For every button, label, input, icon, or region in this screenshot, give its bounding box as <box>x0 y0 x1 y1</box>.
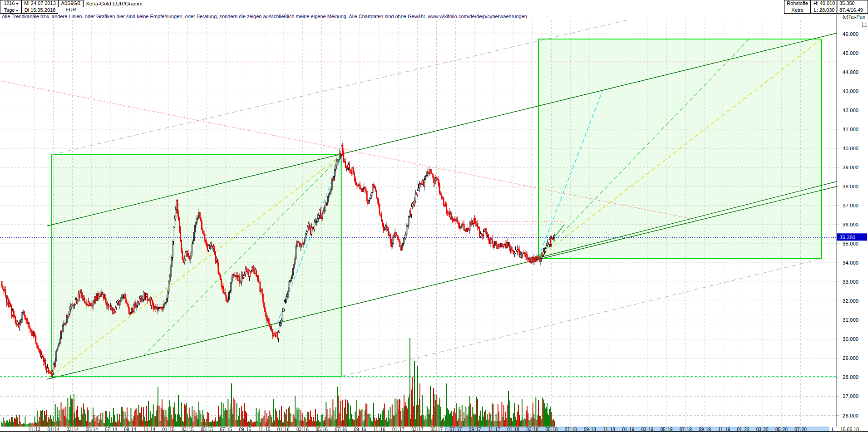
volume-bar <box>470 404 471 427</box>
volume-bar <box>59 421 60 427</box>
volume-bar <box>200 414 201 427</box>
volume-bar <box>244 403 245 427</box>
volume-bar <box>343 420 344 427</box>
candle-body <box>149 299 150 300</box>
candle-body <box>223 286 224 293</box>
candle-body <box>498 246 498 248</box>
volume-bar <box>125 412 126 427</box>
volume-bar <box>497 421 498 427</box>
volume-bar <box>35 417 35 427</box>
volume-bar <box>335 407 336 427</box>
candle-body <box>291 279 291 281</box>
candle-body <box>151 300 152 305</box>
volume-bar <box>242 411 243 427</box>
volume-bar <box>220 415 221 427</box>
volume-bar <box>437 405 438 427</box>
volume-bar <box>209 422 210 427</box>
candle-body <box>486 231 487 235</box>
candle-body <box>12 311 13 315</box>
candle-body <box>278 332 279 338</box>
candle-body <box>104 295 104 299</box>
volume-bar <box>510 417 511 427</box>
volume-bar <box>191 418 192 427</box>
candle-body <box>47 368 48 371</box>
candle-body <box>429 169 430 174</box>
candle-body <box>460 227 461 229</box>
volume-bar <box>197 415 197 427</box>
candle-body <box>158 308 159 309</box>
volume-bar <box>325 417 326 427</box>
candle-body <box>163 304 164 307</box>
volume-bar <box>30 422 30 427</box>
candle-body <box>111 307 112 308</box>
volume-spike <box>434 394 435 427</box>
volume-bar <box>531 417 532 427</box>
volume-bar <box>534 418 535 427</box>
volume-bar <box>344 407 345 427</box>
volume-bar <box>149 420 150 427</box>
candle-body <box>14 315 15 316</box>
volume-bar <box>521 420 522 427</box>
date-axis-selection[interactable] <box>445 427 829 432</box>
candle-body <box>27 318 28 324</box>
candle-body <box>507 242 508 245</box>
volume-bar <box>319 422 320 427</box>
candle-body <box>294 264 295 268</box>
volume-bar <box>388 410 389 427</box>
volume-bar <box>283 422 284 427</box>
volume-bar <box>405 403 406 427</box>
candle-body <box>65 323 66 324</box>
candle-body <box>438 180 439 186</box>
candle-body <box>113 309 114 313</box>
price-chart-canvas[interactable]: 46.00045.00044.00043.00042.00041.00040.0… <box>0 0 868 432</box>
candle-body <box>86 303 87 304</box>
volume-bar <box>256 408 256 427</box>
volume-bar <box>498 412 499 427</box>
candle-body <box>78 294 79 301</box>
volume-bar <box>262 418 263 427</box>
volume-bar <box>12 417 13 427</box>
volume-bar <box>221 402 222 427</box>
candle-body <box>516 250 517 252</box>
candle-body <box>185 253 186 259</box>
volume-bar <box>448 410 449 427</box>
volume-bar <box>230 409 231 427</box>
candle-body <box>174 219 175 227</box>
candle-body <box>230 291 231 293</box>
volume-bar <box>218 406 219 427</box>
candle-body <box>506 242 507 248</box>
volume-bar <box>400 411 401 427</box>
candle-body <box>497 245 498 249</box>
candle-body <box>403 238 404 243</box>
volume-bar <box>165 410 166 427</box>
volume-bar <box>60 403 61 427</box>
candle-body <box>256 270 256 277</box>
volume-bar <box>288 407 289 427</box>
volume-bar <box>38 421 39 427</box>
volume-bar <box>491 421 492 427</box>
volume-bar <box>486 420 487 427</box>
channel-box-2018-2020[interactable] <box>538 39 822 259</box>
volume-bar <box>512 421 513 427</box>
candle-body <box>35 336 36 343</box>
candle-body <box>122 298 123 299</box>
volume-bar <box>211 422 212 427</box>
volume-bar <box>328 418 329 427</box>
volume-bar <box>381 420 382 427</box>
candle-body <box>348 164 349 167</box>
volume-bar <box>477 399 478 427</box>
volume-bar <box>39 417 40 427</box>
candle-body <box>271 329 272 330</box>
candle-body <box>289 282 290 291</box>
volume-bar <box>14 418 15 427</box>
volume-bar <box>142 420 143 427</box>
candle-body <box>377 198 378 200</box>
volume-bar <box>92 419 93 427</box>
candle-body <box>178 214 179 220</box>
candle-body <box>120 300 121 301</box>
volume-bar <box>406 406 407 427</box>
volume-bar <box>49 419 50 427</box>
volume-bar <box>151 418 152 427</box>
candle-body <box>221 279 222 285</box>
candle-body <box>312 227 313 229</box>
